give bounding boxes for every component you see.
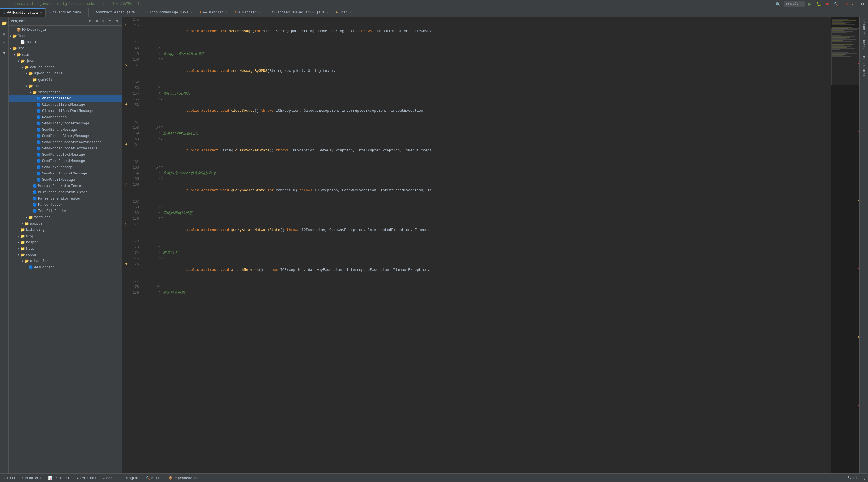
close-tab-icon[interactable]: ✕ bbox=[226, 11, 227, 14]
tree-item-gsm3040[interactable]: ▶ 📁 gsm3040 bbox=[8, 77, 122, 83]
line-content-154[interactable]: * 关闭socket连接 bbox=[147, 91, 831, 97]
tree-item-testfilereader[interactable]: 🔵 TestFileReader bbox=[8, 208, 122, 214]
search-button[interactable]: 🔍 bbox=[774, 1, 781, 7]
build-button[interactable]: 🔨 bbox=[833, 1, 840, 7]
tree-item-wappush[interactable]: ▶ 📁 wappush bbox=[8, 221, 122, 227]
debug-button[interactable]: 🐛 bbox=[815, 1, 822, 7]
tree-item-crypto[interactable]: ▶ 📁 crypto bbox=[8, 233, 122, 239]
close-tab-icon[interactable]: ✕ bbox=[83, 11, 85, 14]
tree-item-modem[interactable]: ▼ 📂 modem bbox=[8, 252, 122, 258]
line-content-161[interactable]: public abstract String querySocketState(… bbox=[147, 142, 831, 159]
tree-item-comtgscada[interactable]: ▼ 📂 com.tg.scada bbox=[8, 64, 122, 70]
tree-item-balancing[interactable]: ▶ 📁 balancing bbox=[8, 227, 122, 233]
line-content-175[interactable]: */ bbox=[147, 256, 831, 261]
line-content-176[interactable]: public abstract void attachNetwork() thr… bbox=[147, 261, 831, 279]
tree-item-sendtextmessage[interactable]: 🔵 SendTextMessage bbox=[8, 164, 122, 170]
line-content-171[interactable]: public abstract void queryAttachNetworkS… bbox=[147, 222, 831, 239]
structure-icon[interactable]: ≡ bbox=[2, 40, 7, 47]
tree-item-sendportedtextmessage[interactable]: 🔵 SendPortedTextMessage bbox=[8, 152, 122, 158]
line-content-160[interactable]: */ bbox=[147, 136, 831, 142]
minimap[interactable] bbox=[831, 17, 860, 474]
tab-terminal[interactable]: ▶ Terminal bbox=[76, 474, 98, 482]
tab-dependencies[interactable]: 📦 Dependencies bbox=[167, 474, 199, 482]
tab-athandler-huawei[interactable]: ☕ ATHandler_Huawei_E160.java ✕ bbox=[264, 8, 332, 17]
tree-item-readmessages[interactable]: 🔵 ReadMessages bbox=[8, 114, 122, 121]
tab-athandler-iface[interactable]: I ATHandler ✕ bbox=[231, 8, 264, 17]
close-tab-icon[interactable]: ✕ bbox=[350, 11, 351, 14]
tree-item-test[interactable]: ▼ 📂 test bbox=[8, 83, 122, 89]
tree-item-sendbinarymessage[interactable]: 🔵 SendBinaryMessage bbox=[8, 127, 122, 133]
line-content-153[interactable]: /** bbox=[147, 85, 831, 91]
tab-athandler-java[interactable]: ☕ ATHandler.java ✕ bbox=[45, 8, 89, 17]
tree-item-sendtextconcatmessage[interactable]: 🔵 SendTextConcatMessage bbox=[8, 158, 122, 164]
settings-button[interactable]: ⚙ bbox=[860, 1, 866, 7]
sidebar-tree[interactable]: 📦 RXTXcomm.jar ▼ 📂 logs 📄 log.log ▼ bbox=[8, 26, 122, 474]
line-content-165[interactable]: */ bbox=[147, 176, 831, 182]
tree-item-integration[interactable]: ▼ 📂 integration bbox=[8, 89, 122, 96]
tab-todo[interactable]: ✓ TODO bbox=[2, 474, 16, 482]
sidebar-sync-button[interactable]: ⟳ bbox=[88, 19, 93, 24]
breadcrumb-athandler[interactable]: athandler bbox=[100, 2, 119, 6]
code-scroll[interactable]: 145 ⊙ 146 public abstract int sendMessag… bbox=[122, 17, 860, 474]
breadcrumb-src[interactable]: src bbox=[17, 2, 23, 6]
sidebar-settings-button[interactable]: ⚙ bbox=[107, 19, 113, 24]
tree-item-clickatellsendmessage[interactable]: 🔵 ClickatellSendMessage bbox=[8, 102, 122, 108]
tab-aathandler-iface[interactable]: I AATHandler ✕ bbox=[196, 8, 231, 17]
breadcrumb-main[interactable]: main bbox=[27, 2, 36, 6]
tab-aathandler-java[interactable]: ☕ AATHandler.java ✕ bbox=[0, 8, 45, 17]
tree-item-sendwapslconcatmessage[interactable]: 🔵 SendWapSlConcatMessage bbox=[8, 170, 122, 177]
line-content-158[interactable]: /** bbox=[147, 125, 831, 131]
bookmarks-icon[interactable]: ★ bbox=[2, 30, 7, 37]
tree-item-helper[interactable]: ▶ 📁 helper bbox=[8, 239, 122, 246]
tree-item-abstracttester[interactable]: 🔵 AbstractTester bbox=[8, 96, 122, 102]
tree-item-src[interactable]: ▼ 📂 src bbox=[8, 45, 122, 52]
project-icon[interactable]: 📁 bbox=[0, 19, 8, 27]
tree-item-sendwapslmessage[interactable]: 🔵 SendWapSlMessage bbox=[8, 177, 122, 183]
right-panel-tab-database[interactable]: Database bbox=[861, 18, 867, 38]
tree-item-clickatellsendportmessage[interactable]: 🔵 ClickatellSendPortMessage bbox=[8, 108, 122, 114]
tab-problems[interactable]: ⚠ Problems bbox=[21, 474, 42, 482]
tree-item-athandler[interactable]: ▼ 📂 athandler bbox=[8, 258, 122, 264]
tree-item-testdata[interactable]: ▶ 📁 testData bbox=[8, 214, 122, 221]
breadcrumb-scada[interactable]: scada bbox=[2, 2, 12, 6]
tree-item-main[interactable]: ▼ 📂 main bbox=[8, 52, 122, 58]
tab-inboundmessage-java[interactable]: ☕ InboundMessage.java ✕ bbox=[143, 8, 196, 17]
run-button[interactable]: ▶ bbox=[807, 1, 812, 7]
tab-build[interactable]: 🔨 Build bbox=[145, 474, 163, 482]
run-config-dropdown[interactable]: mockData bbox=[784, 1, 805, 6]
tab-sequence-diagram[interactable]: ↔ Sequence Diagram bbox=[102, 474, 140, 482]
close-tab-icon[interactable]: ✕ bbox=[191, 11, 192, 14]
tree-item-sendbinaryconcatmessage[interactable]: 🔵 SendBinaryConcatMessage bbox=[8, 121, 122, 127]
close-tab-icon[interactable]: ✕ bbox=[40, 11, 42, 14]
close-tab-icon[interactable]: ✕ bbox=[327, 11, 329, 14]
tree-item-parsertester[interactable]: 🔵 ParserTester bbox=[8, 202, 122, 208]
line-content-169[interactable]: * 查询附着网络状态 bbox=[147, 210, 831, 216]
tab-load[interactable]: ⚙ load ✕ bbox=[332, 8, 355, 17]
line-content-166[interactable]: public abstract void querySocketState(in… bbox=[147, 182, 831, 199]
tree-item-sendportedconcattextmessage[interactable]: 🔵 SendPortedConcatTextMessage bbox=[8, 146, 122, 152]
breadcrumb-tg[interactable]: tg bbox=[63, 2, 67, 6]
right-panel-tab-maven[interactable]: Maven bbox=[861, 38, 867, 52]
tree-item-loglog[interactable]: 📄 log.log bbox=[8, 39, 122, 45]
tab-profiler[interactable]: 📊 Profiler bbox=[47, 474, 71, 482]
line-content-155[interactable]: */ bbox=[147, 97, 831, 102]
sidebar-expand-button[interactable]: ⇕ bbox=[101, 19, 106, 24]
line-content-156[interactable]: public abstract void closeSocket() throw… bbox=[147, 102, 831, 119]
line-content-163[interactable]: /** bbox=[147, 165, 831, 170]
tree-item-java[interactable]: ▼ 📂 java bbox=[8, 58, 122, 64]
line-content-170[interactable]: */ bbox=[147, 216, 831, 222]
line-content-168[interactable]: /** bbox=[147, 205, 831, 210]
close-tab-icon[interactable]: ✕ bbox=[137, 11, 139, 14]
right-panel-tab-tabmine[interactable]: Tabmine Chat bbox=[861, 52, 867, 79]
stop-button[interactable]: ⏹ bbox=[824, 1, 831, 7]
sidebar-collapse-button[interactable]: ≡ bbox=[95, 19, 99, 24]
line-content-146[interactable]: public abstract int sendMessage(int size… bbox=[147, 23, 831, 40]
tree-item-rxtxcomm[interactable]: 📦 RXTXcomm.jar bbox=[8, 27, 122, 33]
line-content-173[interactable]: /** bbox=[147, 245, 831, 250]
tree-item-parsergeneratortester[interactable]: 🔵 ParserGeneratorTester bbox=[8, 195, 122, 202]
tree-item-logs[interactable]: ▼ 📂 logs bbox=[8, 33, 122, 39]
tree-item-sendportedbinarymessage[interactable]: 🔵 SendPortedBinaryMessage bbox=[8, 133, 122, 139]
line-content-174[interactable]: * 附着网络 bbox=[147, 250, 831, 256]
tree-item-ajwcc[interactable]: ▼ 📂 ajwcc.pduUtils bbox=[8, 70, 122, 77]
line-content-179[interactable]: * 取消附着网络 bbox=[147, 290, 831, 296]
